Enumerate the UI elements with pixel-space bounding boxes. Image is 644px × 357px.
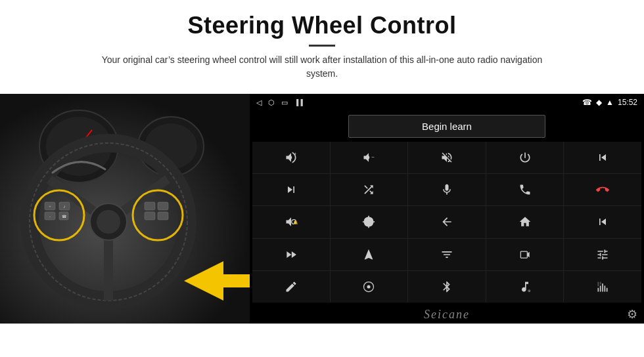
svg-rect-40 xyxy=(602,284,603,292)
signal-icon: ▐▐ xyxy=(294,99,303,106)
begin-learn-button[interactable]: Begin learn xyxy=(348,115,545,138)
ctrl-record[interactable] xyxy=(486,239,564,270)
svg-text:+: + xyxy=(49,204,51,209)
ctrl-circle-menu[interactable] xyxy=(331,271,408,303)
svg-rect-44 xyxy=(600,282,601,284)
ctrl-navigate[interactable] xyxy=(331,239,408,270)
ctrl-mic[interactable] xyxy=(408,174,486,205)
ctrl-home-nav[interactable] xyxy=(486,206,564,238)
home-nav-icon[interactable]: ⬡ xyxy=(268,98,275,107)
controls-grid: + − xyxy=(252,142,641,303)
ctrl-eq[interactable] xyxy=(408,239,486,270)
svg-rect-26 xyxy=(158,202,168,210)
ctrl-vol-up[interactable]: + xyxy=(252,142,330,173)
status-bar: ◁ ⬡ ▭ ▐▐ ☎ ◆ ▲ 15:52 xyxy=(250,94,644,111)
seicane-logo: Seicane xyxy=(383,308,510,322)
android-panel: ◁ ⬡ ▭ ▐▐ ☎ ◆ ▲ 15:52 Begin learn xyxy=(250,94,644,324)
svg-rect-42 xyxy=(607,288,608,292)
svg-text:🔔: 🔔 xyxy=(292,220,298,226)
svg-point-13 xyxy=(97,210,120,234)
svg-text:360°: 360° xyxy=(366,220,372,224)
ctrl-power[interactable] xyxy=(486,142,564,173)
svg-rect-41 xyxy=(605,285,606,291)
ctrl-levels[interactable] xyxy=(564,271,641,303)
content-row: + - ♪ ☎ xyxy=(0,94,644,324)
steering-bg: + - ♪ ☎ xyxy=(0,94,250,324)
status-right: ☎ ◆ ▲ 15:52 xyxy=(582,98,637,107)
ctrl-360-cam[interactable]: 360° xyxy=(331,206,408,238)
ctrl-vol-down[interactable]: − xyxy=(331,142,408,173)
recent-nav-icon[interactable]: ▭ xyxy=(281,98,288,107)
ctrl-prev-track[interactable] xyxy=(564,142,641,173)
svg-rect-39 xyxy=(600,285,601,291)
title-divider xyxy=(309,45,335,47)
svg-text:−: − xyxy=(372,154,375,160)
begin-learn-row: Begin learn xyxy=(250,111,644,142)
location-status-icon: ◆ xyxy=(596,98,602,107)
svg-rect-38 xyxy=(598,288,599,292)
steering-wheel-svg: + - ♪ ☎ xyxy=(0,94,250,324)
ctrl-settings-eq[interactable] xyxy=(564,239,641,270)
svg-rect-25 xyxy=(145,212,155,220)
ctrl-phone[interactable] xyxy=(486,174,564,205)
page-wrapper: Steering Wheel Control Your original car… xyxy=(0,0,644,357)
gear-icon[interactable]: ⚙ xyxy=(627,308,637,321)
ctrl-music[interactable]: ⚙ xyxy=(486,271,564,303)
steering-wheel-image: + - ♪ ☎ xyxy=(0,94,250,324)
svg-rect-43 xyxy=(598,282,599,286)
title-section: Steering Wheel Control Your original car… xyxy=(92,12,552,90)
svg-rect-34 xyxy=(520,251,527,258)
svg-text:+: + xyxy=(294,152,296,156)
ctrl-bluetooth[interactable] xyxy=(408,271,486,303)
clock: 15:52 xyxy=(618,98,637,107)
page-title: Steering Wheel Control xyxy=(92,12,552,39)
svg-rect-27 xyxy=(158,212,168,220)
phone-status-icon: ☎ xyxy=(582,98,592,107)
ctrl-shuffle[interactable] xyxy=(331,174,408,205)
status-left: ◁ ⬡ ▭ ▐▐ xyxy=(256,98,303,107)
ctrl-pen[interactable] xyxy=(252,271,330,303)
wifi-status-icon: ▲ xyxy=(606,98,614,107)
ctrl-horn[interactable]: 🔔 xyxy=(252,206,330,238)
svg-point-36 xyxy=(367,285,371,288)
ctrl-hang-up[interactable] xyxy=(564,174,641,205)
ctrl-fast-fwd[interactable] xyxy=(252,239,330,270)
page-subtitle: Your original car’s steering wheel contr… xyxy=(92,53,552,81)
svg-text:⚙: ⚙ xyxy=(528,289,531,293)
svg-text:♪: ♪ xyxy=(63,204,66,209)
back-nav-icon[interactable]: ◁ xyxy=(256,98,262,107)
bottom-bar: Seicane ⚙ xyxy=(250,305,644,324)
svg-rect-24 xyxy=(145,202,155,210)
ctrl-mute[interactable] xyxy=(408,142,486,173)
svg-text:☎: ☎ xyxy=(62,215,67,219)
ctrl-skip-back[interactable] xyxy=(564,206,641,238)
ctrl-back-nav[interactable] xyxy=(408,206,486,238)
ctrl-next-track[interactable] xyxy=(252,174,330,205)
